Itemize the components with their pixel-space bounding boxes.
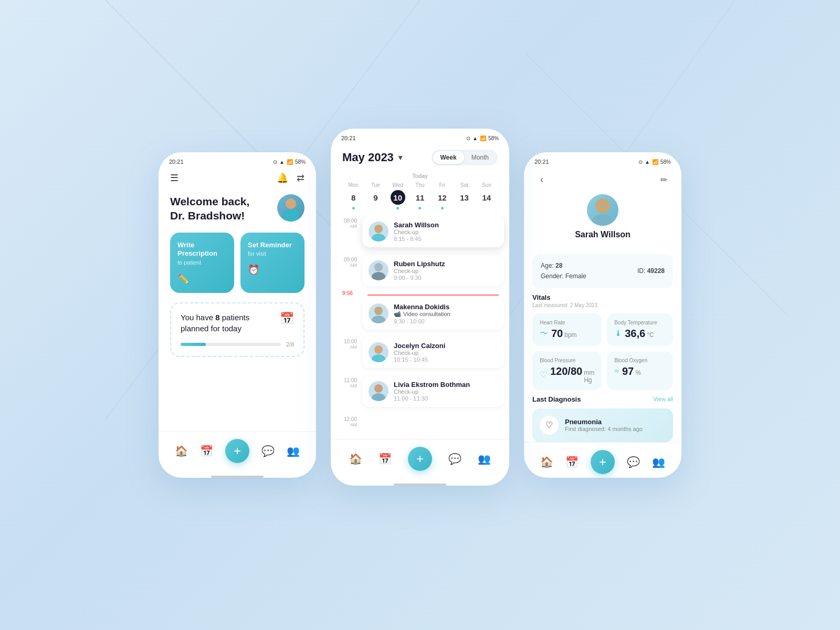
blood-pressure-label: Blood Pressure xyxy=(540,358,594,363)
month-chevron-icon: ▼ xyxy=(397,153,404,162)
hamburger-icon[interactable]: ☰ xyxy=(170,172,178,184)
timeslot-makenna: Makenna Dokidis 📹 Video consultation 9:3… xyxy=(336,298,504,335)
fab-add-button[interactable]: + xyxy=(225,439,249,463)
svg-point-19 xyxy=(592,214,613,226)
day-fri[interactable]: Fri 12 xyxy=(431,182,453,209)
progress-bar xyxy=(181,343,281,346)
svg-point-16 xyxy=(374,384,383,393)
right-header: ‹ ✏ xyxy=(524,168,681,192)
diagnosis-card[interactable]: ♡ Pneumonia First diagnosed: 4 months ag… xyxy=(532,408,673,442)
reminder-title: Set Reminder xyxy=(248,241,297,250)
patients-text: You have 8 patientsplanned for today xyxy=(181,312,249,334)
right-home-icon[interactable]: 🏠 xyxy=(540,456,553,468)
notification-icon[interactable]: 🔔 xyxy=(277,172,288,184)
center-fab-button[interactable]: + xyxy=(408,447,432,471)
center-home-indicator xyxy=(394,484,446,486)
calendar-month[interactable]: May 2023 ▼ xyxy=(342,151,404,164)
blood-pressure-value: 120/80 mm Hg xyxy=(550,365,594,384)
center-calendar-icon[interactable]: 📅 xyxy=(379,453,392,465)
appt-ruben[interactable]: Ruben Lipshutz Check-up 9:00 - 9:30 xyxy=(362,255,504,286)
day-tue[interactable]: Tue 9 xyxy=(364,182,386,209)
left-status-bar: 20:21 ⊙ ▲ 📶 58% xyxy=(159,152,316,168)
day-sat[interactable]: Sat 13 xyxy=(453,182,475,209)
view-all-button[interactable]: View all xyxy=(653,396,673,402)
today-label: Today xyxy=(331,173,509,179)
heart-rate-row: 〜 70 bpm xyxy=(540,328,594,340)
appt-makenna[interactable]: Makenna Dokidis 📹 Video consultation 9:3… xyxy=(362,298,504,330)
pencil-icon: ✏️ xyxy=(177,273,227,285)
doctor-avatar xyxy=(277,194,304,222)
appointments-scroll: 08:00AM Sarah Willson Check-up 8:15 - 8:… xyxy=(331,216,509,439)
livia-avatar xyxy=(369,381,388,401)
right-users-icon[interactable]: 👥 xyxy=(652,456,665,468)
heart-rate-label: Heart Rate xyxy=(540,320,594,326)
heart-rate-card: Heart Rate 〜 70 bpm xyxy=(532,313,602,346)
alarm-icon: ⏰ xyxy=(248,264,297,276)
week-days: Mon 8 Tue 9 Wed 10 Thu 11 Fri 12 xyxy=(331,182,509,216)
home-nav-icon[interactable]: 🏠 xyxy=(175,445,188,457)
back-button[interactable]: ‹ xyxy=(534,172,549,187)
diagnosis-header: Last Diagnosis View all xyxy=(532,395,673,403)
body-temp-card: Body Temperature 🌡 36,6 °C xyxy=(607,313,673,346)
time-makenna xyxy=(336,298,357,300)
timeslot-12am: 12:00AM xyxy=(336,414,504,439)
patients-card: You have 8 patientsplanned for today 📅 2… xyxy=(170,302,304,357)
prescription-subtitle: to patient xyxy=(177,259,227,266)
blood-pressure-row: ♡ 120/80 mm Hg xyxy=(540,365,594,384)
current-time-indicator: 9:56 xyxy=(362,295,504,296)
chat-nav-icon[interactable]: 💬 xyxy=(261,445,275,457)
makenna-info: Makenna Dokidis 📹 Video consultation 9:3… xyxy=(394,303,450,324)
jocelyn-avatar xyxy=(369,342,388,362)
left-status-icons: ⊙ ▲ 📶 58% xyxy=(273,159,306,165)
day-thu[interactable]: Thu 11 xyxy=(409,182,431,209)
diagnosis-heart-icon: ♡ xyxy=(545,420,553,430)
timeslot-11am: 11:00AM Livia Ekstrom Bothman Check-up 1… xyxy=(336,375,504,413)
profile-icon[interactable]: ⇄ xyxy=(297,172,304,184)
action-cards: Write Prescription to patient ✏️ Set Rem… xyxy=(159,233,316,303)
right-bottom-nav: 🏠 📅 + 💬 👥 xyxy=(524,442,681,478)
appt-livia[interactable]: Livia Ekstrom Bothman Check-up 11:00 - 1… xyxy=(362,375,504,407)
appt-sarah[interactable]: Sarah Willson Check-up 8:15 - 8:45 xyxy=(362,216,504,247)
left-time: 20:21 xyxy=(169,159,184,165)
right-calendar-icon[interactable]: 📅 xyxy=(565,456,579,468)
diagnosis-section: Last Diagnosis View all ♡ Pneumonia Firs… xyxy=(524,395,681,442)
blood-oxygen-value: 97 % xyxy=(622,365,641,377)
left-battery: 58% xyxy=(295,159,306,165)
center-users-icon[interactable]: 👥 xyxy=(478,453,491,465)
svg-point-17 xyxy=(372,393,385,401)
month-toggle-btn[interactable]: Month xyxy=(464,151,496,164)
time-12am: 12:00AM xyxy=(336,414,357,427)
week-toggle-btn[interactable]: Week xyxy=(433,151,464,164)
center-home-icon[interactable]: 🏠 xyxy=(349,453,362,465)
center-bottom-nav: 🏠 📅 + 💬 👥 xyxy=(331,439,509,480)
edit-button[interactable]: ✏ xyxy=(656,172,671,187)
patient-avatar xyxy=(587,194,618,226)
patient-profile: Sarah Willson xyxy=(524,192,681,247)
center-chat-icon[interactable]: 💬 xyxy=(448,453,461,465)
appt-jocelyn[interactable]: Jocelyn Calzoni Check-up 10:15 - 10:45 xyxy=(362,337,504,368)
blood-pressure-card: Blood Pressure ♡ 120/80 mm Hg xyxy=(532,351,602,390)
svg-point-10 xyxy=(374,263,383,271)
patient-name: Sarah Willson xyxy=(575,230,631,239)
center-battery: 58% xyxy=(488,135,499,141)
time-8am: 08:00AM xyxy=(336,216,357,229)
temperature-icon: 🌡 xyxy=(614,329,623,338)
time-9am: 09:00AM xyxy=(336,255,357,268)
video-icon: 📹 xyxy=(394,311,401,318)
time-11am: 11:00AM xyxy=(336,375,357,388)
left-nav-icons: 🔔 ⇄ xyxy=(277,172,304,184)
left-nav: ☰ 🔔 ⇄ xyxy=(159,168,316,189)
right-status-bar: 20:21 ⊙ ▲ 📶 58% xyxy=(524,152,681,168)
patients-content: You have 8 patientsplanned for today 📅 xyxy=(181,312,294,334)
right-chat-icon[interactable]: 💬 xyxy=(627,456,640,468)
center-phone: 20:21 ⊙ ▲ 📶 58% May 2023 ▼ Week Month To… xyxy=(331,129,509,486)
users-nav-icon[interactable]: 👥 xyxy=(287,445,300,457)
write-prescription-card[interactable]: Write Prescription to patient ✏️ xyxy=(170,233,234,293)
week-month-toggle: Week Month xyxy=(432,150,498,165)
set-reminder-card[interactable]: Set Reminder for visit ⏰ xyxy=(240,233,304,293)
day-mon[interactable]: Mon 8 xyxy=(342,182,364,209)
right-fab-button[interactable]: + xyxy=(591,450,615,474)
day-sun[interactable]: Sun 14 xyxy=(476,182,498,209)
calendar-nav-icon[interactable]: 📅 xyxy=(200,445,213,457)
day-wed[interactable]: Wed 10 xyxy=(387,182,409,209)
